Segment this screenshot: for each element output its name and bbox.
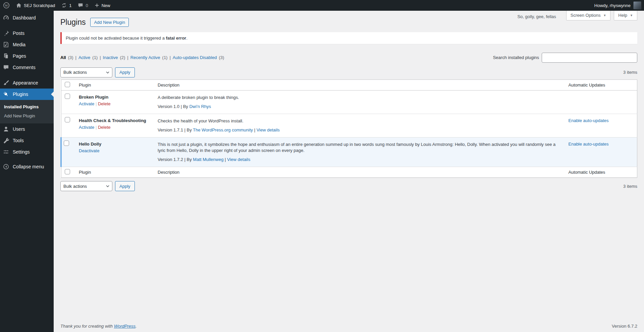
separator: | — [96, 125, 97, 130]
separator: | — [225, 157, 226, 162]
separator: | — [75, 55, 76, 60]
row-checkbox[interactable] — [65, 117, 70, 122]
screen-options-button[interactable]: Screen Options ▼ — [566, 11, 611, 20]
activate-link[interactable]: Activate — [79, 125, 94, 130]
menu-separator — [0, 73, 54, 77]
column-footer-plugin[interactable]: Plugin — [75, 167, 154, 178]
activate-link[interactable]: Activate — [79, 101, 94, 106]
sidebar-label: Comments — [13, 65, 36, 70]
filter-all[interactable]: All — [60, 55, 66, 60]
filter-all-count: (3) — [68, 55, 73, 60]
comments-link[interactable]: 0 — [74, 0, 91, 11]
sidebar-item-appearance[interactable]: Appearance — [0, 77, 54, 89]
filter-auto-updates-disabled-count: (3) — [219, 55, 224, 60]
view-details-link[interactable]: View details — [257, 127, 280, 132]
sidebar-label: Users — [13, 126, 25, 132]
select-all-checkbox[interactable] — [65, 82, 70, 87]
deactivate-link[interactable]: Deactivate — [79, 148, 99, 153]
bulk-actions-top: Bulk actions Apply — [60, 67, 135, 77]
filter-active[interactable]: Active — [78, 55, 90, 60]
sidebar-item-posts[interactable]: Posts — [0, 27, 54, 39]
howdy-account-link[interactable]: Howdy, rhyswynne — [594, 3, 633, 8]
sidebar-item-dashboard[interactable]: Dashboard — [0, 12, 54, 23]
sidebar-label: Plugins — [13, 92, 28, 97]
separator: | — [184, 127, 185, 132]
comment-count: 0 — [86, 3, 88, 8]
delete-link[interactable]: Delete — [98, 101, 111, 106]
enable-auto-updates-link[interactable]: Enable auto-updates — [569, 118, 609, 123]
sidebar-label: Posts — [13, 31, 24, 36]
site-name: SEJ Scratchpad — [24, 3, 55, 8]
filter-auto-updates-disabled[interactable]: Auto-updates Disabled — [173, 55, 217, 60]
sidebar-label: Appearance — [13, 80, 38, 86]
add-new-plugin-button[interactable]: Add New Plugin — [90, 18, 129, 27]
notice-bold-text: fatal error — [166, 36, 186, 41]
site-name-link[interactable]: SEJ Scratchpad — [13, 0, 58, 11]
column-header-plugin[interactable]: Plugin — [75, 79, 154, 90]
home-icon — [16, 2, 22, 8]
sidebar-item-settings[interactable]: Settings — [0, 146, 54, 158]
sidebar-item-tools[interactable]: Tools — [0, 135, 54, 146]
select-all-checkbox[interactable] — [65, 169, 70, 174]
collapse-menu-button[interactable]: Collapse menu — [0, 161, 54, 172]
separator: | — [127, 55, 128, 60]
media-icon — [3, 41, 9, 48]
avatar[interactable] — [633, 1, 641, 9]
delete-link[interactable]: Delete — [98, 125, 111, 130]
items-count: 3 items — [623, 184, 637, 189]
main-content: So, golly, gee, fellas Screen Options ▼ … — [54, 11, 644, 332]
wordpress-link[interactable]: WordPress — [114, 324, 136, 329]
plugin-description: A deliberate broken plugin to break thin… — [158, 95, 562, 101]
separator: | — [181, 104, 182, 109]
plugin-meta: Version 1.7.1 | By The WordPress.org com… — [158, 127, 562, 132]
footer-thanks-period: . — [136, 324, 137, 329]
new-content-link[interactable]: New — [91, 0, 113, 11]
hello-dolly-lyric: So, golly, gee, fellas — [517, 11, 562, 19]
column-header-description[interactable]: Description — [154, 79, 565, 90]
sidebar-item-media[interactable]: Media — [0, 39, 54, 50]
search-input[interactable] — [542, 53, 637, 63]
row-checkbox[interactable] — [64, 141, 69, 146]
tablenav-top: Bulk actions Apply 3 items — [60, 67, 637, 77]
wordpress-logo-icon: W — [3, 2, 10, 9]
bulk-actions-select[interactable]: Bulk actions — [60, 181, 112, 191]
sidebar-item-comments[interactable]: Comments — [0, 62, 54, 73]
filter-recently-active-count: (1) — [162, 55, 168, 60]
submenu-item-installed-plugins[interactable]: Installed Plugins — [0, 102, 54, 111]
row-checkbox[interactable] — [65, 94, 70, 99]
filter-recently-active[interactable]: Recently Active — [130, 55, 160, 60]
plugin-author-link[interactable]: Matt Mullenweg — [193, 157, 223, 162]
sidebar-item-plugins[interactable]: Plugins — [0, 89, 54, 100]
separator: | — [96, 101, 97, 106]
wordpress-logo-menu[interactable]: W — [0, 0, 13, 11]
table-row-hello-dolly: Hello Dolly Deactivate This is not just … — [61, 137, 637, 167]
plugin-author-link[interactable]: Dwi'n Rhys — [189, 104, 211, 109]
submenu-item-add-new-plugin[interactable]: Add New Plugin — [0, 111, 54, 120]
plugin-version: Version 1.7.1 — [158, 127, 183, 132]
notice-period: . — [186, 36, 187, 41]
apply-button[interactable]: Apply — [115, 181, 135, 191]
enable-auto-updates-link[interactable]: Enable auto-updates — [569, 142, 609, 147]
plugins-table: Plugin Description Automatic Updates Bro… — [60, 79, 637, 178]
chevron-down-icon: ▼ — [630, 14, 633, 17]
filter-inactive[interactable]: Inactive — [103, 55, 118, 60]
help-button[interactable]: Help ▼ — [614, 11, 637, 20]
apply-button[interactable]: Apply — [115, 67, 135, 77]
sidebar-item-pages[interactable]: Pages — [0, 50, 54, 62]
dashboard-gauge-icon — [3, 14, 9, 21]
comment-bubble-icon — [77, 2, 84, 8]
plugin-author-link[interactable]: The WordPress.org community — [193, 127, 253, 132]
svg-text:W: W — [5, 4, 8, 7]
sidebar-label: Settings — [13, 149, 30, 155]
view-details-link[interactable]: View details — [227, 157, 250, 162]
separator: | — [184, 157, 185, 162]
table-row-health-check: Health Check & Troubleshooting Activate … — [61, 114, 637, 137]
pushpin-icon — [3, 30, 9, 37]
by-label: By — [187, 157, 192, 162]
admin-side-menu: Dashboard Posts Media Pages Comments App… — [0, 11, 54, 332]
sidebar-item-users[interactable]: Users — [0, 123, 54, 135]
column-footer-description[interactable]: Description — [154, 167, 565, 178]
bulk-actions-select[interactable]: Bulk actions — [60, 67, 112, 77]
updates-link[interactable]: 1 — [58, 0, 74, 11]
separator: | — [100, 55, 101, 60]
